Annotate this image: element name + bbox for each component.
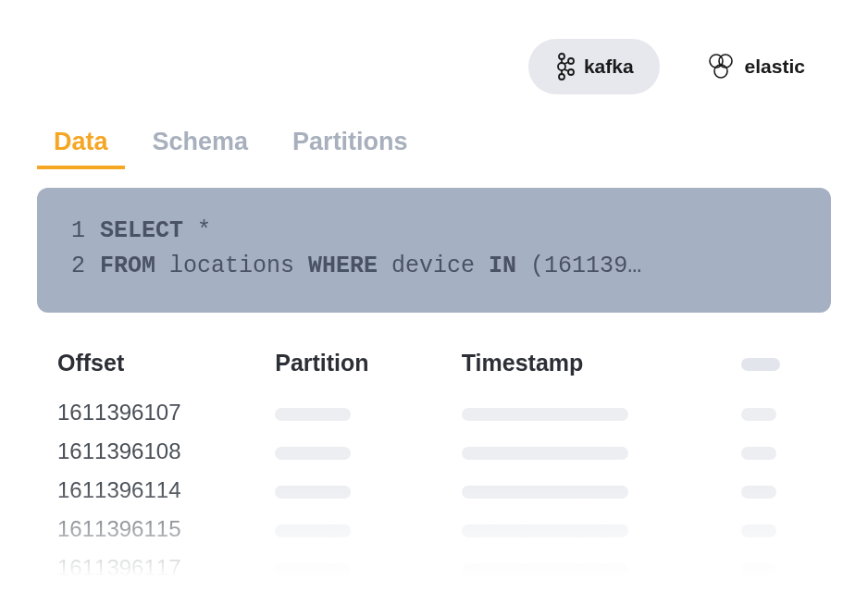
skeleton-placeholder xyxy=(741,408,776,421)
table-row[interactable]: 1611396117 xyxy=(57,549,831,587)
svg-point-10 xyxy=(719,55,732,68)
skeleton-placeholder xyxy=(275,447,351,460)
query-line-1: 1 SELECT * xyxy=(68,214,800,249)
skeleton-placeholder xyxy=(741,563,776,576)
svg-point-1 xyxy=(558,63,565,70)
skeleton-placeholder xyxy=(462,447,628,460)
results-table: Offset Partition Timestamp 1611396107 16… xyxy=(37,350,831,587)
query-text: SELECT * xyxy=(100,214,800,249)
skeleton-placeholder xyxy=(275,486,351,499)
skeleton-placeholder xyxy=(462,408,628,421)
svg-point-2 xyxy=(559,74,564,80)
svg-line-7 xyxy=(564,62,569,64)
cell-offset: 1611396108 xyxy=(57,432,275,471)
tabs: Data Schema Partitions xyxy=(37,128,831,169)
tab-partitions[interactable]: Partitions xyxy=(292,128,408,169)
cell-offset: 1611396114 xyxy=(57,471,275,510)
kafka-label: kafka xyxy=(584,56,634,78)
cell-partition xyxy=(275,432,462,471)
cell-timestamp xyxy=(462,510,741,549)
skeleton-placeholder xyxy=(741,486,776,499)
query-text: FROM locations WHERE device IN (161139… xyxy=(100,249,800,284)
cell-timestamp xyxy=(462,432,741,471)
svg-point-4 xyxy=(568,69,574,75)
cell-extra xyxy=(741,393,831,432)
table-row[interactable]: 1611396107 xyxy=(57,393,831,432)
elastic-option[interactable]: elastic xyxy=(680,40,831,93)
line-number: 2 xyxy=(68,249,100,284)
skeleton-placeholder xyxy=(741,358,780,371)
cell-extra xyxy=(741,549,831,587)
svg-point-0 xyxy=(559,54,564,59)
cell-offset: 1611396117 xyxy=(57,549,275,587)
line-number: 1 xyxy=(68,214,100,249)
skeleton-placeholder xyxy=(741,447,776,460)
tab-schema[interactable]: Schema xyxy=(153,128,249,169)
skeleton-placeholder xyxy=(275,408,351,421)
column-header-offset[interactable]: Offset xyxy=(57,350,275,393)
cell-extra xyxy=(741,432,831,471)
cell-partition xyxy=(275,549,462,587)
table-row[interactable]: 1611396115 xyxy=(57,510,831,549)
cell-timestamp xyxy=(462,549,741,587)
cell-offset: 1611396107 xyxy=(57,393,275,432)
svg-line-8 xyxy=(564,69,569,71)
cell-partition xyxy=(275,471,462,510)
skeleton-placeholder xyxy=(275,524,351,537)
cell-extra xyxy=(741,510,831,549)
query-line-2: 2 FROM locations WHERE device IN (161139… xyxy=(68,249,800,284)
kafka-icon xyxy=(554,52,575,81)
cell-partition xyxy=(275,510,462,549)
cell-timestamp xyxy=(462,471,741,510)
cell-offset: 1611396115 xyxy=(57,510,275,549)
cell-timestamp xyxy=(462,393,741,432)
table-row[interactable]: 1611396108 xyxy=(57,432,831,471)
skeleton-placeholder xyxy=(462,563,628,576)
skeleton-placeholder xyxy=(275,563,351,576)
skeleton-placeholder xyxy=(462,486,628,499)
table-row[interactable]: 1611396114 xyxy=(57,471,831,510)
kafka-option[interactable]: kafka xyxy=(528,39,660,94)
svg-point-11 xyxy=(714,65,727,78)
skeleton-placeholder xyxy=(741,524,776,537)
column-header-partition[interactable]: Partition xyxy=(275,350,462,393)
datasource-selector: kafka elastic xyxy=(37,39,831,94)
skeleton-placeholder xyxy=(462,524,628,537)
tab-data[interactable]: Data xyxy=(54,128,108,169)
column-header-extra xyxy=(741,350,831,393)
query-editor[interactable]: 1 SELECT * 2 FROM locations WHERE device… xyxy=(37,188,831,313)
cell-partition xyxy=(275,393,462,432)
elastic-label: elastic xyxy=(745,56,805,78)
cell-extra xyxy=(741,471,831,510)
svg-point-3 xyxy=(568,58,574,64)
elastic-icon xyxy=(706,53,736,80)
column-header-timestamp[interactable]: Timestamp xyxy=(462,350,741,393)
